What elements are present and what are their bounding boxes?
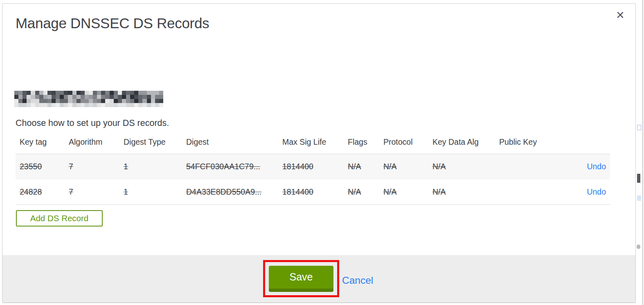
col-header-actions: [556, 137, 610, 154]
cell-algorithm: 7: [65, 179, 119, 205]
cell-flags: N/A: [344, 179, 379, 205]
window-right-edge: [642, 0, 643, 305]
cell-key-tag: 23550: [16, 154, 65, 179]
col-header-protocol: Protocol: [379, 137, 428, 154]
cell-digest-type: 1: [119, 154, 182, 179]
cell-digest: 54FCF030AA1C79...: [182, 154, 278, 179]
page-edge-fragment: [637, 244, 640, 249]
cell-protocol: N/A: [379, 154, 428, 179]
col-header-max-sig-life: Max Sig Life: [278, 137, 344, 154]
cell-key-tag: 24828: [16, 179, 65, 205]
cell-algorithm: 7: [65, 154, 119, 179]
cancel-link[interactable]: Cancel: [342, 275, 373, 286]
page-edge-fragment: [637, 125, 642, 130]
col-header-digest-type: Digest Type: [119, 137, 182, 154]
cell-max-sig-life: 1814400: [278, 179, 344, 205]
cell-flags: N/A: [344, 154, 379, 179]
dialog-title: Manage DNSSEC DS Records: [16, 15, 209, 31]
cell-digest-type: 1: [119, 179, 182, 205]
cell-protocol: N/A: [379, 179, 428, 205]
add-ds-record-button[interactable]: Add DS Record: [16, 210, 103, 227]
col-header-key-data-alg: Key Data Alg: [428, 137, 495, 154]
dialog-footer: Save Cancel: [2, 255, 635, 303]
cell-max-sig-life: 1814400: [278, 154, 344, 179]
cell-public-key: [495, 154, 556, 179]
undo-link[interactable]: Undo: [587, 162, 606, 171]
col-header-key-tag: Key tag: [16, 137, 65, 154]
col-header-public-key: Public Key: [495, 137, 556, 154]
undo-link[interactable]: Undo: [587, 187, 606, 196]
table-header-row: Key tag Algorithm Digest Type Digest Max…: [16, 137, 610, 154]
instruction-text: Choose how to set up your DS records.: [16, 118, 169, 128]
table-row: 23550 7 1 54FCF030AA1C79... 1814400 N/A …: [16, 154, 610, 179]
close-icon[interactable]: ✕: [613, 8, 628, 22]
table-row: 24828 7 1 D4A33E8DD550A9... 1814400 N/A …: [16, 179, 610, 205]
col-header-digest: Digest: [182, 137, 278, 154]
cell-key-data-alg: N/A: [428, 154, 495, 179]
col-header-flags: Flags: [344, 137, 379, 154]
page-edge-fragment: [637, 195, 641, 201]
page-edge-fragment: [637, 174, 640, 183]
annotation-highlight-box: Save: [263, 260, 339, 297]
cell-digest: D4A33E8DD550A9...: [182, 179, 278, 205]
cell-key-data-alg: N/A: [428, 179, 495, 205]
manage-dnssec-dialog: Manage DNSSEC DS Records ✕ Choose how to…: [2, 3, 636, 303]
col-header-algorithm: Algorithm: [65, 137, 119, 154]
cell-public-key: [495, 179, 556, 205]
save-button[interactable]: Save: [269, 266, 333, 292]
redacted-domain: [14, 91, 163, 107]
ds-records-table: Key tag Algorithm Digest Type Digest Max…: [16, 137, 610, 205]
